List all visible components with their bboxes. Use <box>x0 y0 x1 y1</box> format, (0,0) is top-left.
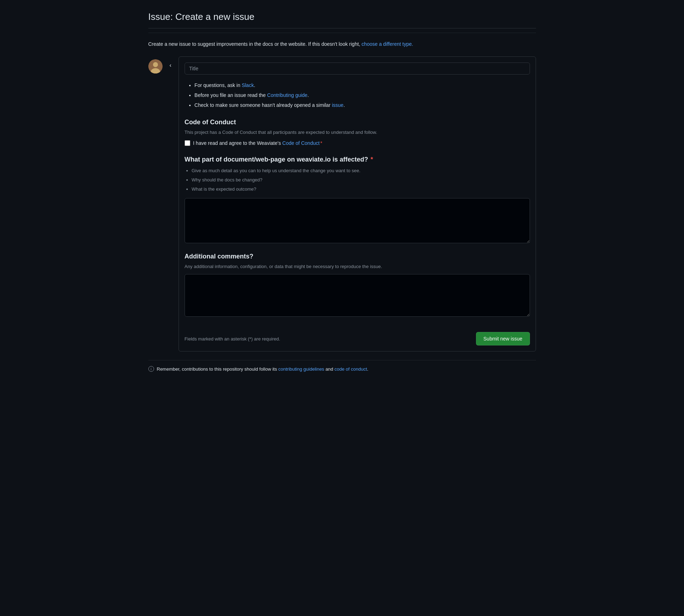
required-star: * <box>320 140 322 146</box>
additional-comments-textarea[interactable] <box>185 274 530 317</box>
list-item: Before you file an issue read the Contri… <box>195 90 530 100</box>
code-of-conduct-footer-link[interactable]: code of conduct <box>334 366 367 372</box>
affected-required-star: * <box>369 156 373 163</box>
divider <box>148 33 536 33</box>
list-item: For questions, ask in Slack. <box>195 80 530 90</box>
info-list: For questions, ask in Slack. Before you … <box>185 80 530 110</box>
contributing-guide-link[interactable]: Contributing guide <box>267 92 308 98</box>
contributing-guidelines-link[interactable]: contributing guidelines <box>278 366 324 372</box>
code-of-conduct-checkbox-row: I have read and agree to the Weaviate's … <box>185 140 530 146</box>
svg-point-1 <box>153 62 158 67</box>
affected-sublist: Give as much detail as you can to help u… <box>185 166 530 194</box>
page-title: Issue: Create a new issue <box>148 11 536 28</box>
affected-textarea[interactable] <box>185 198 530 243</box>
code-of-conduct-section: Code of Conduct This project has a Code … <box>185 119 530 146</box>
avatar <box>148 59 163 73</box>
form-area: ‹ For questions, ask in Slack. Before yo… <box>148 56 536 351</box>
affected-sublist-item: Why should the docs be changed? <box>192 175 530 185</box>
title-input[interactable] <box>185 62 530 75</box>
collapse-button[interactable]: ‹ <box>168 61 173 70</box>
additional-comments-section: Additional comments? Any additional info… <box>185 253 530 318</box>
list-item: Check to make sure someone hasn't alread… <box>195 100 530 110</box>
code-of-conduct-link[interactable]: Code of Conduct <box>282 140 319 146</box>
affected-sublist-item: What is the expected outcome? <box>192 185 530 194</box>
affected-sublist-item: Give as much detail as you can to help u… <box>192 166 530 175</box>
footer-text: Remember, contributions to this reposito… <box>157 366 368 372</box>
form-footer: Fields marked with an asterisk (*) are r… <box>185 326 530 345</box>
affected-section: What part of document/web-page on weavia… <box>185 156 530 244</box>
info-icon: i <box>148 366 154 372</box>
avatar-image <box>148 59 163 73</box>
page-footer: i Remember, contributions to this reposi… <box>148 360 536 372</box>
submit-new-issue-button[interactable]: Submit new issue <box>476 332 530 345</box>
required-notice: Fields marked with an asterisk (*) are r… <box>185 336 280 342</box>
affected-heading: What part of document/web-page on weavia… <box>185 156 530 163</box>
additional-comments-description: Any additional information, configuratio… <box>185 263 530 270</box>
code-of-conduct-heading: Code of Conduct <box>185 119 530 126</box>
choose-different-type-link[interactable]: choose a different type. <box>362 41 413 47</box>
issue-link[interactable]: issue <box>332 102 344 108</box>
code-of-conduct-label: I have read and agree to the Weaviate's … <box>193 140 322 146</box>
code-of-conduct-checkbox[interactable] <box>185 140 190 146</box>
subtitle-text: Create a new issue to suggest improvemen… <box>148 41 360 47</box>
slack-link[interactable]: Slack <box>242 82 254 88</box>
code-of-conduct-description: This project has a Code of Conduct that … <box>185 129 530 136</box>
subtitle: Create a new issue to suggest improvemen… <box>148 40 536 48</box>
form-container: For questions, ask in Slack. Before you … <box>179 56 536 351</box>
additional-comments-heading: Additional comments? <box>185 253 530 260</box>
